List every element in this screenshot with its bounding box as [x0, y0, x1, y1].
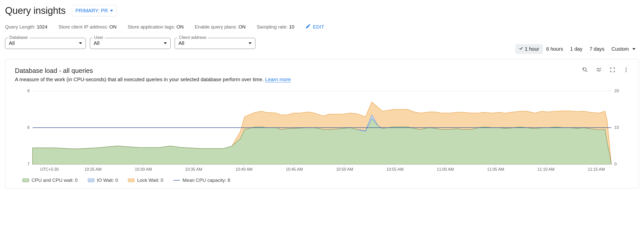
svg-text:10:55 AM: 10:55 AM — [386, 167, 404, 171]
fullscreen-icon[interactable] — [609, 67, 615, 74]
config-query-length-value: 1024 — [37, 24, 47, 30]
legend-lock[interactable]: Lock Wait: 0 — [128, 178, 163, 183]
legend-cpu-label: CPU and CPU wait: 0 — [32, 178, 78, 183]
chart-subtitle-text: A measure of the work (in CPU-seconds) t… — [15, 77, 265, 82]
svg-text:11:15 AM: 11:15 AM — [588, 167, 605, 171]
config-sampling-label: Sampling rate: — [257, 24, 288, 30]
legend-mean-label: Mean CPU capacity: 8 — [182, 178, 230, 183]
filter-database-label: Database — [8, 35, 29, 40]
config-query-plans-label: Enable query plans: — [195, 24, 237, 30]
svg-text:UTC+5:30: UTC+5:30 — [40, 167, 59, 171]
config-store-ip-label: Store client IP address: — [59, 24, 108, 30]
filter-user[interactable]: User All — [90, 38, 171, 49]
caret-down-icon — [79, 42, 82, 44]
filter-client-label: Client address — [177, 35, 208, 40]
caret-down-icon — [632, 48, 635, 50]
instance-selector[interactable]: PRIMARY: PR — [72, 5, 117, 16]
learn-more-link[interactable]: Learn more — [265, 77, 291, 82]
config-query-plans: Enable query plans: ON — [195, 24, 246, 30]
legend-mean-swatch — [173, 180, 180, 181]
config-store-tags: Store application tags: ON — [128, 24, 184, 30]
pencil-icon — [305, 23, 311, 30]
chart-subtitle: A measure of the work (in CPU-seconds) t… — [15, 77, 629, 82]
config-query-length: Query Length: 1024 — [5, 24, 47, 30]
chart-title: Database load - all queries — [15, 67, 93, 75]
svg-text:11:10 AM: 11:10 AM — [538, 167, 555, 171]
config-sampling-value: 10 — [289, 24, 294, 30]
legend-cpu-swatch — [22, 179, 29, 182]
svg-text:7: 7 — [27, 162, 30, 166]
config-store-tags-value: ON — [176, 24, 184, 30]
svg-point-4 — [626, 71, 627, 72]
legend-toggle-icon[interactable] — [596, 67, 602, 74]
filter-user-label: User — [93, 35, 105, 40]
svg-text:9: 9 — [27, 89, 30, 93]
svg-text:10:50 AM: 10:50 AM — [336, 167, 353, 171]
legend-mean[interactable]: Mean CPU capacity: 8 — [173, 178, 230, 183]
svg-text:20: 20 — [614, 89, 619, 93]
chart-card: Database load - all queries A measure of… — [5, 59, 639, 188]
svg-text:10:35 AM: 10:35 AM — [185, 167, 202, 171]
svg-text:8: 8 — [27, 125, 30, 130]
filter-user-value: All — [94, 40, 99, 46]
legend-lock-label: Lock Wait: 0 — [137, 178, 163, 183]
check-icon — [519, 46, 523, 52]
caret-down-icon — [249, 42, 252, 44]
svg-point-0 — [583, 68, 586, 71]
zoom-reset-icon[interactable] — [582, 67, 588, 74]
config-sampling: Sampling rate: 10 — [257, 24, 294, 30]
time-opt-1hour-label: 1 hour — [525, 46, 539, 52]
time-opt-1day[interactable]: 1 day — [567, 44, 586, 54]
svg-point-3 — [626, 69, 627, 70]
edit-label: EDIT — [313, 24, 324, 30]
config-store-tags-label: Store application tags: — [128, 24, 175, 30]
config-row: Query Length: 1024 Store client IP addre… — [5, 23, 639, 30]
caret-down-icon — [110, 10, 113, 12]
time-range-selector: 1 hour 6 hours 1 day 7 days Custom — [515, 38, 639, 54]
time-opt-1hour[interactable]: 1 hour — [515, 44, 543, 54]
filter-client[interactable]: Client address All — [175, 38, 255, 49]
svg-text:11:05 AM: 11:05 AM — [487, 167, 504, 171]
legend-lock-swatch — [128, 179, 135, 182]
time-opt-7days[interactable]: 7 days — [586, 44, 608, 54]
filter-database-value: All — [9, 40, 15, 46]
instance-selector-label: PRIMARY: PR — [75, 8, 108, 14]
svg-text:10: 10 — [614, 125, 619, 130]
svg-text:11:00 AM: 11:00 AM — [437, 167, 454, 171]
svg-text:10:45 AM: 10:45 AM — [286, 167, 303, 171]
time-opt-custom-label: Custom — [611, 46, 629, 52]
edit-button[interactable]: EDIT — [305, 23, 324, 30]
legend-cpu[interactable]: CPU and CPU wait: 0 — [22, 178, 78, 183]
legend-io-label: IO Wait: 0 — [97, 178, 118, 183]
caret-down-icon — [164, 42, 167, 44]
legend-io-swatch — [88, 179, 94, 182]
more-icon[interactable] — [623, 67, 629, 74]
svg-text:10:30 AM: 10:30 AM — [135, 167, 152, 171]
config-store-ip: Store client IP address: ON — [59, 24, 117, 30]
chart-svg: 78901020UTC+5:3010:25 AM10:30 AM10:35 AM… — [15, 89, 629, 175]
legend-io[interactable]: IO Wait: 0 — [88, 178, 118, 183]
config-query-plans-value: ON — [238, 24, 246, 30]
svg-point-2 — [626, 68, 627, 69]
chart-legend: CPU and CPU wait: 0 IO Wait: 0 Lock Wait… — [15, 178, 629, 183]
filter-database[interactable]: Database All — [5, 38, 86, 49]
time-opt-6hours[interactable]: 6 hours — [543, 44, 567, 54]
config-store-ip-value: ON — [109, 24, 117, 30]
time-opt-custom[interactable]: Custom — [608, 44, 639, 54]
page-title: Query insights — [5, 5, 66, 16]
filter-client-value: All — [178, 40, 184, 46]
svg-text:0: 0 — [614, 162, 617, 166]
svg-line-1 — [586, 71, 587, 72]
config-query-length-label: Query Length: — [5, 24, 35, 30]
svg-text:10:25 AM: 10:25 AM — [85, 167, 102, 171]
svg-text:10:40 AM: 10:40 AM — [235, 167, 253, 171]
